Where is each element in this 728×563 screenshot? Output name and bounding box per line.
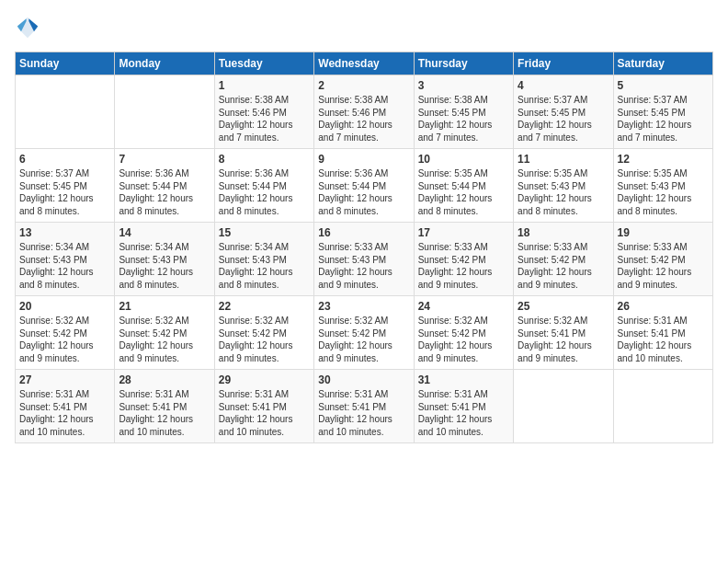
header-row: SundayMondayTuesdayWednesdayThursdayFrid… [16, 52, 713, 75]
calendar-cell: 30 Sunrise: 5:31 AMSunset: 5:41 PMDaylig… [314, 370, 414, 443]
day-number: 28 [119, 373, 210, 386]
day-number: 26 [618, 300, 709, 313]
calendar-cell: 5 Sunrise: 5:37 AMSunset: 5:45 PMDayligh… [613, 75, 712, 149]
day-number: 7 [119, 153, 210, 166]
day-number: 11 [518, 153, 609, 166]
day-number: 8 [219, 153, 310, 166]
day-number: 15 [219, 226, 310, 239]
day-info: Sunrise: 5:33 AMSunset: 5:42 PMDaylight:… [518, 241, 609, 291]
calendar-cell: 14 Sunrise: 5:34 AMSunset: 5:43 PMDaylig… [115, 223, 214, 296]
calendar-cell: 24 Sunrise: 5:32 AMSunset: 5:42 PMDaylig… [414, 296, 513, 370]
calendar-cell: 3 Sunrise: 5:38 AMSunset: 5:45 PMDayligh… [414, 75, 513, 149]
calendar-cell [16, 75, 115, 149]
day-info: Sunrise: 5:32 AMSunset: 5:42 PMDaylight:… [219, 315, 310, 364]
calendar-cell: 8 Sunrise: 5:36 AMSunset: 5:44 PMDayligh… [214, 149, 313, 223]
day-number: 25 [518, 300, 609, 313]
day-info: Sunrise: 5:33 AMSunset: 5:42 PMDaylight:… [618, 241, 709, 291]
day-info: Sunrise: 5:33 AMSunset: 5:42 PMDaylight:… [418, 241, 509, 291]
day-number: 20 [19, 300, 110, 313]
calendar-cell: 17 Sunrise: 5:33 AMSunset: 5:42 PMDaylig… [414, 223, 513, 296]
day-number: 31 [418, 373, 509, 386]
day-info: Sunrise: 5:32 AMSunset: 5:42 PMDaylight:… [119, 315, 210, 364]
day-number: 9 [318, 153, 409, 166]
day-number: 24 [418, 300, 509, 313]
day-info: Sunrise: 5:38 AMSunset: 5:45 PMDaylight:… [418, 94, 509, 144]
calendar-cell: 13 Sunrise: 5:34 AMSunset: 5:43 PMDaylig… [16, 223, 115, 296]
day-number: 4 [518, 79, 609, 92]
day-number: 13 [19, 226, 110, 239]
day-info: Sunrise: 5:38 AMSunset: 5:46 PMDaylight:… [219, 94, 310, 144]
logo [15, 15, 44, 40]
calendar-table: SundayMondayTuesdayWednesdayThursdayFrid… [15, 52, 713, 443]
day-number: 22 [219, 300, 310, 313]
day-number: 30 [318, 373, 409, 386]
day-info: Sunrise: 5:38 AMSunset: 5:46 PMDaylight:… [318, 94, 409, 144]
day-info: Sunrise: 5:34 AMSunset: 5:43 PMDaylight:… [119, 241, 210, 291]
day-info: Sunrise: 5:37 AMSunset: 5:45 PMDaylight:… [19, 167, 110, 217]
calendar-week-row: 1 Sunrise: 5:38 AMSunset: 5:46 PMDayligh… [16, 75, 713, 149]
day-info: Sunrise: 5:35 AMSunset: 5:44 PMDaylight:… [418, 167, 509, 217]
day-number: 27 [19, 373, 110, 386]
day-info: Sunrise: 5:33 AMSunset: 5:43 PMDaylight:… [318, 241, 409, 291]
day-number: 3 [418, 79, 509, 92]
day-info: Sunrise: 5:37 AMSunset: 5:45 PMDaylight:… [618, 94, 709, 144]
calendar-cell: 11 Sunrise: 5:35 AMSunset: 5:43 PMDaylig… [514, 149, 613, 223]
calendar-cell: 20 Sunrise: 5:32 AMSunset: 5:42 PMDaylig… [16, 296, 115, 370]
calendar-cell [613, 370, 712, 443]
day-number: 17 [418, 226, 509, 239]
weekday-header: Sunday [16, 52, 115, 75]
day-number: 2 [318, 79, 409, 92]
day-info: Sunrise: 5:36 AMSunset: 5:44 PMDaylight:… [219, 167, 310, 217]
calendar-cell: 27 Sunrise: 5:31 AMSunset: 5:41 PMDaylig… [16, 370, 115, 443]
day-info: Sunrise: 5:32 AMSunset: 5:41 PMDaylight:… [518, 315, 609, 364]
day-info: Sunrise: 5:31 AMSunset: 5:41 PMDaylight:… [119, 388, 210, 438]
calendar-cell: 2 Sunrise: 5:38 AMSunset: 5:46 PMDayligh… [314, 75, 414, 149]
calendar-cell: 21 Sunrise: 5:32 AMSunset: 5:42 PMDaylig… [115, 296, 214, 370]
calendar-week-row: 6 Sunrise: 5:37 AMSunset: 5:45 PMDayligh… [16, 149, 713, 223]
page-header [15, 15, 713, 40]
calendar-cell: 9 Sunrise: 5:36 AMSunset: 5:44 PMDayligh… [314, 149, 414, 223]
day-number: 19 [618, 226, 709, 239]
day-number: 16 [318, 226, 409, 239]
calendar-cell: 10 Sunrise: 5:35 AMSunset: 5:44 PMDaylig… [414, 149, 513, 223]
calendar-cell: 6 Sunrise: 5:37 AMSunset: 5:45 PMDayligh… [16, 149, 115, 223]
calendar-cell: 7 Sunrise: 5:36 AMSunset: 5:44 PMDayligh… [115, 149, 214, 223]
weekday-header: Wednesday [314, 52, 414, 75]
day-info: Sunrise: 5:32 AMSunset: 5:42 PMDaylight:… [318, 315, 409, 364]
calendar-cell: 25 Sunrise: 5:32 AMSunset: 5:41 PMDaylig… [514, 296, 613, 370]
day-info: Sunrise: 5:31 AMSunset: 5:41 PMDaylight:… [19, 388, 110, 438]
day-info: Sunrise: 5:32 AMSunset: 5:42 PMDaylight:… [19, 315, 110, 364]
day-info: Sunrise: 5:35 AMSunset: 5:43 PMDaylight:… [618, 167, 709, 217]
weekday-header: Saturday [613, 52, 712, 75]
calendar-cell: 19 Sunrise: 5:33 AMSunset: 5:42 PMDaylig… [613, 223, 712, 296]
day-info: Sunrise: 5:31 AMSunset: 5:41 PMDaylight:… [219, 388, 310, 438]
weekday-header: Friday [514, 52, 613, 75]
calendar-body: 1 Sunrise: 5:38 AMSunset: 5:46 PMDayligh… [16, 75, 713, 443]
calendar-cell: 4 Sunrise: 5:37 AMSunset: 5:45 PMDayligh… [514, 75, 613, 149]
calendar-week-row: 13 Sunrise: 5:34 AMSunset: 5:43 PMDaylig… [16, 223, 713, 296]
day-info: Sunrise: 5:34 AMSunset: 5:43 PMDaylight:… [219, 241, 310, 291]
calendar-header: SundayMondayTuesdayWednesdayThursdayFrid… [16, 52, 713, 75]
day-info: Sunrise: 5:37 AMSunset: 5:45 PMDaylight:… [518, 94, 609, 144]
day-number: 18 [518, 226, 609, 239]
calendar-cell: 16 Sunrise: 5:33 AMSunset: 5:43 PMDaylig… [314, 223, 414, 296]
calendar-cell: 12 Sunrise: 5:35 AMSunset: 5:43 PMDaylig… [613, 149, 712, 223]
calendar-cell: 1 Sunrise: 5:38 AMSunset: 5:46 PMDayligh… [214, 75, 313, 149]
day-info: Sunrise: 5:34 AMSunset: 5:43 PMDaylight:… [19, 241, 110, 291]
calendar-week-row: 20 Sunrise: 5:32 AMSunset: 5:42 PMDaylig… [16, 296, 713, 370]
day-number: 12 [618, 153, 709, 166]
day-info: Sunrise: 5:31 AMSunset: 5:41 PMDaylight:… [618, 315, 709, 364]
calendar-cell: 29 Sunrise: 5:31 AMSunset: 5:41 PMDaylig… [214, 370, 313, 443]
day-info: Sunrise: 5:31 AMSunset: 5:41 PMDaylight:… [318, 388, 409, 438]
weekday-header: Thursday [414, 52, 513, 75]
calendar-cell: 26 Sunrise: 5:31 AMSunset: 5:41 PMDaylig… [613, 296, 712, 370]
day-number: 14 [119, 226, 210, 239]
calendar-week-row: 27 Sunrise: 5:31 AMSunset: 5:41 PMDaylig… [16, 370, 713, 443]
weekday-header: Monday [115, 52, 214, 75]
calendar-cell: 31 Sunrise: 5:31 AMSunset: 5:41 PMDaylig… [414, 370, 513, 443]
day-number: 10 [418, 153, 509, 166]
day-number: 6 [19, 153, 110, 166]
calendar-cell [115, 75, 214, 149]
weekday-header: Tuesday [214, 52, 313, 75]
day-info: Sunrise: 5:35 AMSunset: 5:43 PMDaylight:… [518, 167, 609, 217]
